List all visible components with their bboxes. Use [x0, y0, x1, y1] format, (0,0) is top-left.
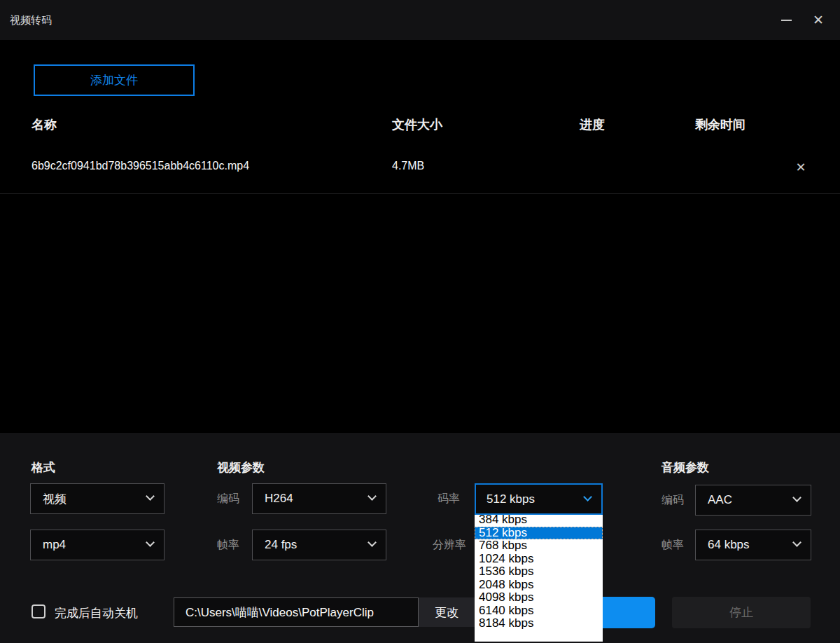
video-codec-value: H264 — [265, 492, 293, 506]
bitrate-option[interactable]: 6140 kbps — [475, 604, 603, 618]
window-title: 视频转码 — [10, 0, 52, 40]
video-codec-select[interactable]: H264 — [252, 483, 386, 514]
column-header-size: 文件大小 — [392, 116, 442, 133]
chevron-down-icon — [146, 492, 155, 501]
video-params-section-title: 视频参数 — [217, 459, 265, 476]
file-size: 4.7MB — [392, 160, 424, 172]
audio-codec-label: 编码 — [662, 493, 684, 508]
chevron-down-icon — [368, 538, 377, 547]
audio-codec-value: AAC — [708, 493, 732, 507]
minimize-button[interactable] — [770, 0, 802, 40]
column-header-name: 名称 — [31, 116, 57, 133]
audio-bitrate-select[interactable]: 64 kbps — [695, 530, 811, 560]
bitrate-option[interactable]: 4098 kbps — [475, 591, 603, 604]
column-header-progress: 进度 — [580, 116, 605, 133]
video-fps-value: 24 fps — [265, 538, 297, 552]
chevron-down-icon — [792, 493, 802, 502]
bitrate-option[interactable]: 2048 kbps — [475, 579, 603, 592]
video-bitrate-select[interactable]: 512 kbps — [475, 483, 603, 515]
bitrate-option[interactable]: 1024 kbps — [475, 553, 603, 566]
bitrate-option[interactable]: 384 kbps — [475, 513, 603, 527]
file-name: 6b9c2cf0941bd78b396515abb4c6110c.mp4 — [31, 160, 249, 172]
video-fps-label: 帧率 — [217, 538, 239, 553]
close-icon: ✕ — [813, 13, 824, 27]
audio-bitrate-label: 帧率 — [662, 538, 684, 553]
bitrate-option[interactable]: 512 kbps — [475, 527, 603, 540]
minimize-icon — [781, 20, 792, 21]
video-resolution-label: 分辨率 — [433, 538, 466, 553]
row-divider — [0, 193, 840, 194]
chevron-down-icon — [146, 538, 155, 547]
close-button[interactable]: ✕ — [802, 0, 834, 40]
change-path-button[interactable]: 更改 — [419, 597, 475, 627]
format-type-select[interactable]: 视频 — [30, 483, 164, 514]
audio-bitrate-value: 64 kbps — [708, 538, 750, 552]
remove-file-button[interactable]: ✕ — [791, 158, 811, 177]
bitrate-option[interactable]: 1536 kbps — [475, 565, 603, 579]
shutdown-after-label: 完成后自动关机 — [55, 605, 138, 621]
output-path-field[interactable]: C:\Users\喵喵\Videos\PotPlayerClip — [174, 597, 419, 627]
format-type-value: 视频 — [43, 491, 66, 507]
audio-codec-select[interactable]: AAC — [695, 485, 811, 516]
audio-params-section-title: 音频参数 — [662, 459, 709, 476]
container-format-select[interactable]: mp4 — [30, 530, 164, 560]
chevron-down-icon — [368, 492, 377, 501]
bitrate-dropdown-list[interactable]: 384 kbps512 kbps768 kbps1024 kbps1536 kb… — [475, 515, 603, 642]
add-file-button[interactable]: 添加文件 — [34, 64, 195, 96]
column-header-remaining: 剩余时间 — [695, 116, 746, 133]
video-codec-label: 编码 — [217, 492, 239, 506]
container-format-value: mp4 — [43, 538, 66, 552]
stop-button[interactable]: 停止 — [672, 597, 811, 628]
video-fps-select[interactable]: 24 fps — [252, 530, 386, 560]
format-section-title: 格式 — [31, 459, 55, 476]
chevron-down-icon — [583, 492, 592, 502]
bitrate-option[interactable]: 768 kbps — [475, 539, 603, 553]
video-bitrate-value: 512 kbps — [486, 492, 535, 506]
video-bitrate-label: 码率 — [438, 492, 460, 506]
close-icon: ✕ — [795, 160, 806, 175]
bitrate-option[interactable]: 8184 kbps — [475, 617, 603, 630]
chevron-down-icon — [792, 538, 802, 547]
output-path-value: C:\Users\喵喵\Videos\PotPlayerClip — [186, 604, 374, 621]
titlebar: 视频转码 ✕ — [0, 0, 840, 40]
shutdown-after-checkbox[interactable] — [31, 604, 46, 618]
video-transcode-window: 视频转码 ✕ 添加文件 名称 文件大小 进度 剩余时间 6b9c2cf0941b… — [0, 0, 840, 643]
